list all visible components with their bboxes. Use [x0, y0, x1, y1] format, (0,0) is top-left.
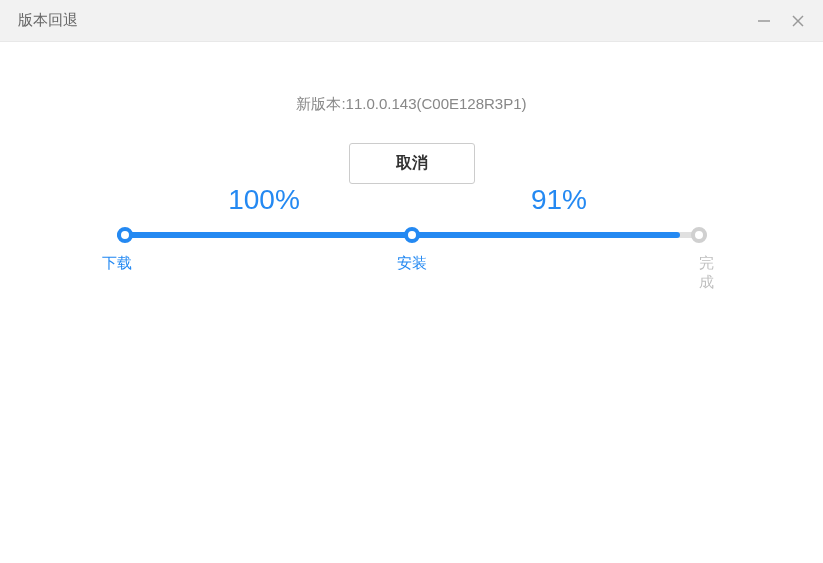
window-controls [757, 14, 805, 28]
version-info: 新版本:11.0.0.143(C00E128R3P1) [0, 95, 823, 114]
progress-track [117, 232, 707, 238]
step-label-complete: 完成 [699, 254, 714, 292]
titlebar: 版本回退 [0, 0, 823, 42]
percent-row: 100% 91% [117, 184, 707, 216]
progress-segment-install [412, 232, 707, 238]
cancel-button[interactable]: 取消 [349, 143, 475, 184]
content-area: 100% 91% 下载 安装 完成 新版本:11.0.0.143(C00E128… [0, 42, 823, 232]
window-title: 版本回退 [18, 11, 78, 30]
close-button[interactable] [791, 14, 805, 28]
step-label-download: 下载 [102, 254, 132, 273]
step-download-percent: 100% [228, 184, 300, 215]
progress-segment-download [117, 232, 412, 238]
close-icon [791, 14, 805, 28]
minimize-button[interactable] [757, 14, 771, 28]
step-install-percent: 91% [531, 184, 587, 215]
minimize-icon [757, 14, 771, 28]
step-label-install: 安装 [397, 254, 427, 273]
